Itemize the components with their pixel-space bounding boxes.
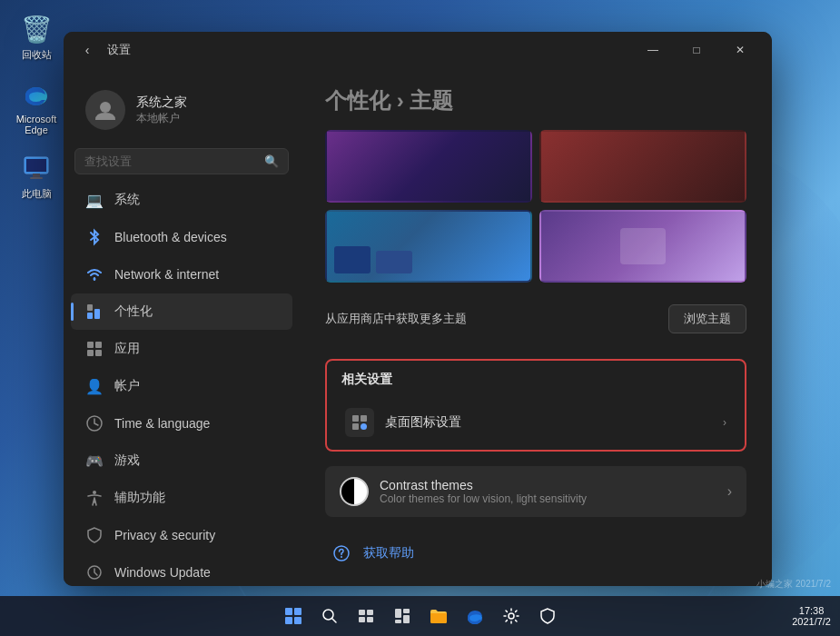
svg-rect-28 [359, 610, 365, 615]
svg-point-5 [100, 102, 111, 113]
theme-thumb-2[interactable] [539, 130, 746, 203]
taskbar-time: 17:38 2021/7/2 [792, 605, 831, 627]
window-title: 设置 [107, 42, 632, 58]
breadcrumb-parent: 个性化 [325, 88, 390, 113]
this-pc-label: 此电脑 [22, 187, 52, 201]
theme-thumbnails [325, 130, 746, 283]
taskbar-edge[interactable] [459, 600, 491, 632]
search-box[interactable]: 🔍 [74, 148, 289, 174]
sidebar-item-network[interactable]: Network & internet [71, 256, 292, 293]
svg-rect-9 [87, 304, 93, 311]
system-icon: 💻 [85, 191, 104, 209]
contrast-themes-row[interactable]: Contrast themes Color themes for low vis… [325, 466, 746, 517]
contrast-title: Contrast themes [380, 478, 727, 492]
contrast-subtitle: Color themes for low vision, light sensi… [380, 492, 727, 505]
svg-rect-26 [294, 617, 301, 624]
breadcrumb-separator: › [390, 88, 410, 113]
apps-icon [85, 340, 104, 358]
desktop-icon-settings-row[interactable]: 桌面图标设置 › [331, 397, 741, 448]
sidebar-item-apps[interactable]: 应用 [71, 331, 292, 367]
svg-point-6 [94, 278, 96, 281]
sidebar-item-label-privacy: Privacy & security [114, 528, 215, 542]
window-controls: — □ ✕ [632, 35, 761, 65]
time-icon [85, 414, 104, 432]
content-area: 个性化 › 主题 [300, 68, 772, 586]
svg-rect-29 [367, 610, 373, 615]
sidebar-item-system[interactable]: 💻 系统 [71, 182, 292, 218]
browse-themes-button[interactable]: 浏览主题 [668, 304, 746, 333]
search-icon: 🔍 [264, 154, 279, 168]
search-input[interactable] [84, 154, 264, 168]
gaming-icon: 🎮 [85, 452, 104, 470]
sidebar-item-windows-update[interactable]: Windows Update [71, 554, 292, 586]
this-pc-icon[interactable]: 此电脑 [9, 148, 64, 204]
contrast-chevron: › [727, 483, 732, 500]
user-info: 系统之家 本地帐户 [136, 94, 187, 126]
maximize-button[interactable]: □ [676, 35, 717, 65]
back-button[interactable]: ‹ [74, 37, 100, 63]
sidebar-item-accounts[interactable]: 👤 帐户 [71, 368, 292, 404]
breadcrumb-current: 主题 [410, 88, 453, 113]
send-feedback-row[interactable]: 提供反馈 [325, 579, 746, 586]
theme-thumb-4[interactable] [539, 210, 746, 283]
theme-thumb-1[interactable] [325, 130, 532, 203]
sidebar-item-label-personalization: 个性化 [114, 303, 153, 320]
desktop: 🗑️ 回收站 Microsoft Edge [0, 0, 840, 636]
edge-label: Microsoft Edge [16, 114, 57, 135]
user-type: 本地帐户 [136, 111, 187, 126]
svg-rect-3 [33, 174, 40, 177]
svg-rect-18 [361, 415, 367, 422]
taskbar-settings[interactable] [495, 600, 528, 632]
contrast-icon [340, 477, 369, 506]
settings-window: ‹ 设置 — □ ✕ 系 [64, 32, 772, 586]
desktop-icon-setting-label: 桌面图标设置 [385, 414, 723, 431]
theme-thumb-3[interactable] [325, 210, 532, 283]
get-help-label: 获取帮助 [363, 545, 414, 561]
taskbar-search[interactable] [313, 600, 346, 632]
start-button[interactable] [277, 600, 310, 632]
desktop-icon-setting-icon [345, 408, 374, 437]
settings-body: 系统之家 本地帐户 🔍 💻 系统 [64, 68, 772, 586]
svg-rect-2 [26, 159, 46, 172]
sidebar-item-label-time: Time & language [114, 416, 210, 431]
user-profile[interactable]: 系统之家 本地帐户 [71, 79, 292, 141]
taskbar-task-view[interactable] [350, 600, 382, 632]
svg-point-15 [93, 491, 96, 494]
get-help-row[interactable]: 获取帮助 [325, 532, 746, 575]
sidebar-item-personalization[interactable]: 个性化 [71, 293, 292, 330]
accounts-icon: 👤 [85, 377, 104, 395]
sidebar-item-bluetooth[interactable]: Bluetooth & devices [71, 219, 292, 255]
breadcrumb: 个性化 › 主题 [325, 86, 746, 115]
sidebar-item-label-accessibility: 辅助功能 [114, 490, 165, 506]
svg-point-27 [323, 610, 333, 620]
taskbar-widgets[interactable] [386, 600, 419, 632]
recycle-bin-label: 回收站 [22, 48, 52, 62]
sidebar-item-label-apps: 应用 [114, 341, 140, 357]
close-button[interactable]: ✕ [719, 35, 761, 65]
sidebar-item-privacy[interactable]: Privacy & security [71, 517, 292, 553]
svg-rect-17 [352, 415, 359, 422]
user-name: 系统之家 [136, 94, 187, 111]
edge-icon[interactable]: Microsoft Edge [9, 75, 64, 139]
minimize-button[interactable]: — [632, 35, 674, 65]
accessibility-icon [85, 489, 104, 507]
svg-rect-23 [285, 608, 292, 615]
sidebar-item-gaming[interactable]: 🎮 游戏 [71, 442, 292, 479]
related-settings-title: 相关设置 [327, 361, 745, 395]
taskbar-security[interactable] [531, 600, 564, 632]
bluetooth-icon [85, 228, 104, 246]
taskbar-file-explorer[interactable] [422, 600, 455, 632]
svg-point-37 [509, 613, 514, 619]
sidebar-item-label-accounts: 帐户 [114, 378, 140, 394]
sidebar-item-label-update: Windows Update [114, 565, 211, 580]
privacy-icon [85, 526, 104, 544]
update-icon [85, 563, 104, 581]
taskbar-right: 17:38 2021/7/2 [792, 605, 831, 627]
recycle-bin-icon[interactable]: 🗑️ 回收站 [9, 9, 64, 65]
svg-point-20 [361, 423, 367, 430]
desktop-icon-chevron: › [723, 416, 726, 429]
edge-image [20, 78, 53, 111]
sidebar-item-accessibility[interactable]: 辅助功能 [71, 480, 292, 516]
sidebar-item-time[interactable]: Time & language [71, 405, 292, 442]
time-display: 17:38 [792, 605, 831, 616]
